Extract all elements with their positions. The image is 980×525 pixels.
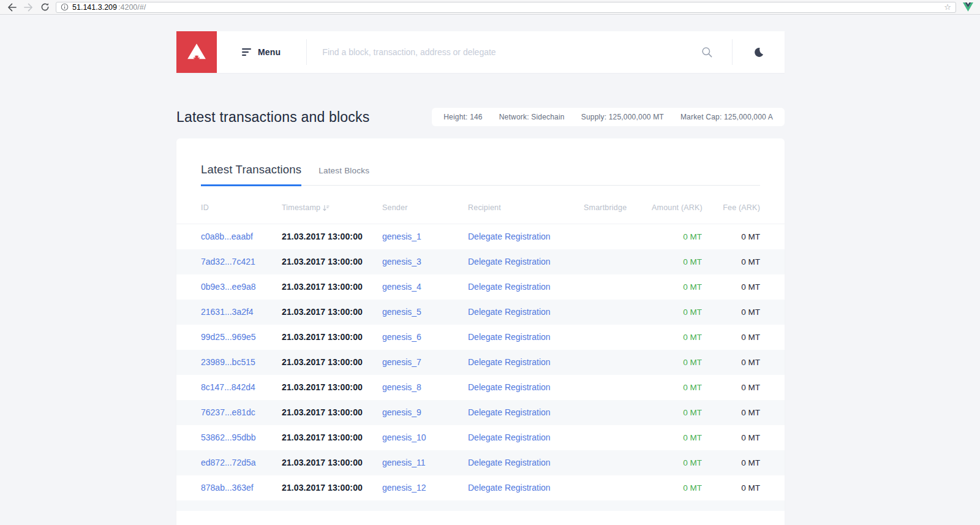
ark-triangle-icon (185, 40, 208, 64)
timestamp-cell: 21.03.2017 13:00:00 (282, 307, 363, 317)
amount-cell: 0 MT (683, 408, 702, 417)
recipient-link[interactable]: Delegate Registration (468, 458, 551, 467)
tab-latest-blocks[interactable]: Latest Blocks (318, 166, 369, 185)
tab-bar: Latest Transactions Latest Blocks (201, 138, 760, 186)
table-row: 23989...bc515 21.03.2017 13:00:00 genesi… (176, 350, 785, 375)
col-header-timestamp: Timestamp (282, 186, 382, 224)
sender-link[interactable]: genesis_4 (382, 282, 421, 292)
table-row-partial (176, 500, 785, 511)
transaction-id-link[interactable]: 76237...e81dc (201, 407, 255, 417)
table-row: 7ad32...7c421 21.03.2017 13:00:00 genesi… (176, 249, 785, 274)
table-row: 0b9e3...ee9a8 21.03.2017 13:00:00 genesi… (176, 274, 785, 300)
recipient-link[interactable]: Delegate Registration (468, 357, 551, 367)
fee-cell: 0 MT (741, 308, 760, 317)
transaction-id-link[interactable]: 23989...bc515 (201, 357, 255, 367)
timestamp-cell: 21.03.2017 13:00:00 (282, 407, 363, 417)
sender-link[interactable]: genesis_11 (382, 458, 426, 467)
amount-cell: 0 MT (683, 433, 702, 442)
fee-cell: 0 MT (741, 257, 760, 266)
sender-link[interactable]: genesis_8 (382, 382, 421, 392)
transaction-id-link[interactable]: ed872...72d5a (201, 458, 256, 467)
transaction-id-link[interactable]: 99d25...969e5 (201, 332, 256, 342)
fee-cell: 0 MT (741, 383, 760, 392)
table-row: 878ab...363ef 21.03.2017 13:00:00 genesi… (176, 475, 785, 500)
sender-link[interactable]: genesis_5 (382, 307, 421, 317)
amount-cell: 0 MT (683, 257, 702, 266)
tab-latest-transactions[interactable]: Latest Transactions (201, 163, 301, 186)
search-icon (701, 47, 713, 58)
transactions-table: ID Timestamp Sender Recipient Smartbridg… (176, 186, 785, 500)
sender-link[interactable]: genesis_6 (382, 332, 421, 342)
recipient-link[interactable]: Delegate Registration (468, 407, 551, 417)
ark-logo[interactable] (176, 31, 217, 73)
bookmark-star-icon[interactable]: ☆ (944, 3, 951, 11)
fee-cell: 0 MT (741, 458, 760, 467)
vue-devtools-extension-icon[interactable] (962, 2, 974, 12)
browser-reload-icon[interactable] (39, 2, 50, 13)
sender-link[interactable]: genesis_12 (382, 483, 426, 493)
timestamp-cell: 21.03.2017 13:00:00 (282, 257, 363, 266)
table-header-row: ID Timestamp Sender Recipient Smartbridg… (176, 186, 785, 224)
dark-mode-toggle[interactable] (733, 47, 785, 58)
sender-link[interactable]: genesis_3 (382, 257, 421, 266)
timestamp-cell: 21.03.2017 13:00:00 (282, 357, 363, 367)
col-header-sender: Sender (382, 186, 468, 224)
transaction-id-link[interactable]: 21631...3a2f4 (201, 307, 254, 317)
transaction-id-link[interactable]: 878ab...363ef (201, 483, 254, 493)
browser-forward-icon[interactable] (23, 2, 34, 13)
timestamp-cell: 21.03.2017 13:00:00 (282, 483, 363, 493)
table-row: 21631...3a2f4 21.03.2017 13:00:00 genesi… (176, 300, 785, 325)
browser-back-icon[interactable] (6, 2, 17, 13)
page-info-icon[interactable] (61, 3, 69, 11)
fee-cell: 0 MT (741, 433, 760, 442)
sort-icon (323, 205, 330, 211)
fee-cell: 0 MT (741, 232, 760, 241)
recipient-link[interactable]: Delegate Registration (468, 232, 551, 241)
amount-cell: 0 MT (683, 282, 702, 292)
stat-height: Height: 146 (443, 113, 483, 121)
recipient-link[interactable]: Delegate Registration (468, 432, 551, 442)
sender-link[interactable]: genesis_10 (382, 432, 426, 442)
stat-market-cap: Market Cap: 125,000,000 A (680, 113, 773, 121)
recipient-link[interactable]: Delegate Registration (468, 332, 551, 342)
search-button[interactable] (701, 47, 713, 58)
timestamp-cell: 21.03.2017 13:00:00 (282, 282, 363, 292)
transaction-id-link[interactable]: 0b9e3...ee9a8 (201, 282, 256, 292)
table-row: 76237...e81dc 21.03.2017 13:00:00 genesi… (176, 400, 785, 425)
stat-supply: Supply: 125,000,000 MT (581, 113, 664, 121)
table-row: c0a8b...eaabf 21.03.2017 13:00:00 genesi… (176, 224, 785, 249)
transaction-id-link[interactable]: 53862...95dbb (201, 432, 256, 442)
recipient-link[interactable]: Delegate Registration (468, 257, 551, 266)
sender-link[interactable]: genesis_9 (382, 407, 421, 417)
sender-link[interactable]: genesis_1 (382, 232, 421, 241)
network-stats-bar: Height: 146 Network: Sidechain Supply: 1… (432, 108, 785, 126)
col-header-amount: Amount (ARK) (652, 186, 702, 224)
timestamp-cell: 21.03.2017 13:00:00 (282, 382, 363, 392)
transaction-id-link[interactable]: 7ad32...7c421 (201, 257, 255, 266)
amount-cell: 0 MT (683, 483, 702, 493)
top-navbar: Menu (176, 31, 785, 73)
recipient-link[interactable]: Delegate Registration (468, 282, 551, 292)
col-header-fee: Fee (ARK) (702, 186, 785, 224)
address-bar[interactable]: 51.141.3.209:4200/#/ ☆ (56, 2, 956, 13)
table-row: 53862...95dbb 21.03.2017 13:00:00 genesi… (176, 425, 785, 450)
page-title: Latest transactions and blocks (176, 109, 369, 126)
transaction-id-link[interactable]: c0a8b...eaabf (201, 232, 253, 241)
amount-cell: 0 MT (683, 308, 702, 317)
search-input[interactable] (307, 47, 701, 57)
browser-toolbar: 51.141.3.209:4200/#/ ☆ (0, 0, 980, 15)
url-host: 51.141.3.209 (72, 3, 117, 12)
fee-cell: 0 MT (741, 358, 760, 367)
latest-activity-card: Latest Transactions Latest Blocks ID Tim… (176, 138, 785, 525)
menu-label: Menu (258, 47, 281, 57)
table-row: 99d25...969e5 21.03.2017 13:00:00 genesi… (176, 325, 785, 350)
sender-link[interactable]: genesis_7 (382, 357, 421, 367)
transaction-id-link[interactable]: 8c147...842d4 (201, 382, 255, 392)
recipient-link[interactable]: Delegate Registration (468, 382, 551, 392)
table-row: 8c147...842d4 21.03.2017 13:00:00 genesi… (176, 375, 785, 400)
stat-network: Network: Sidechain (499, 113, 565, 121)
recipient-link[interactable]: Delegate Registration (468, 307, 551, 317)
menu-button[interactable]: Menu (242, 47, 281, 57)
recipient-link[interactable]: Delegate Registration (468, 483, 551, 493)
amount-cell: 0 MT (683, 458, 702, 467)
